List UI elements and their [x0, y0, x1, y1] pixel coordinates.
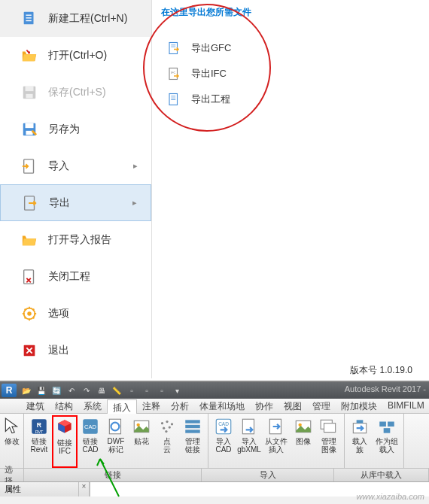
svg-point-33 — [137, 424, 140, 427]
export-project[interactable]: 导出工程 — [161, 87, 420, 112]
menu-close-project[interactable]: 关闭工程 — [0, 258, 151, 295]
qat-btn[interactable]: ▫ — [140, 384, 154, 396]
insert-from-file-button[interactable]: 从文件 插入 — [262, 415, 291, 468]
import-cad-icon: CAD — [214, 417, 233, 436]
svg-rect-45 — [242, 419, 254, 434]
export-label: 导出工程 — [191, 93, 230, 106]
menu-new-project[interactable]: 新建工程(Ctrl+N) — [0, 0, 151, 37]
menu-import[interactable]: 导入 ▸ — [0, 147, 151, 184]
svg-rect-24 — [171, 99, 175, 100]
import-cad-button[interactable]: CAD 导入 CAD — [211, 415, 236, 468]
svg-text:R: R — [37, 421, 42, 429]
link-cad-button[interactable]: CAD 链接 CAD — [78, 415, 103, 468]
load-as-group-button[interactable]: 作为组 载入 — [373, 415, 401, 468]
qat-save-icon[interactable]: 💾 — [35, 384, 48, 396]
menu-save-as[interactable]: 另存为 — [0, 111, 151, 147]
export-label: 导出IFC — [191, 67, 227, 80]
svg-rect-41 — [185, 425, 200, 428]
menu-label: 导入 — [48, 159, 69, 173]
qat-measure-icon[interactable]: 📏 — [110, 384, 123, 396]
revit-app-button[interactable]: R — [2, 384, 17, 397]
qat-btn[interactable]: ▫ — [155, 384, 169, 396]
menu-exit[interactable]: 退出 — [0, 332, 151, 369]
manage-links-button[interactable]: 管理 链接 — [180, 415, 205, 468]
svg-rect-18 — [171, 47, 175, 47]
dwf-markup-button[interactable]: DWF 标记 — [103, 415, 129, 468]
svg-rect-42 — [185, 430, 200, 433]
tab-analyze[interactable]: 分析 — [166, 399, 194, 413]
gear-icon — [21, 305, 38, 322]
tab-systems[interactable]: 系统 — [78, 399, 107, 413]
qat-open-icon[interactable]: 📂 — [20, 384, 33, 396]
svg-rect-1 — [26, 14, 31, 15]
revit-window: R 📂 💾 🔄 ↶ ↷ 🖶 📏 ▫ ▫ ▫ ▾ Autodesk Revit 2… — [0, 381, 429, 504]
svg-point-39 — [165, 430, 167, 433]
export-ifc-icon: IFC — [167, 67, 181, 80]
chevron-right-icon: ▸ — [133, 161, 138, 171]
report-icon — [21, 232, 38, 248]
save-icon — [21, 84, 38, 101]
menu-label: 退出 — [48, 344, 69, 357]
export-panel: 在这里导出您所需文件 导出GFC IFC 导出IFC 导出工程 — [152, 0, 429, 378]
tab-manage[interactable]: 管理 — [307, 399, 336, 413]
qat-dropdown-icon[interactable]: ▾ — [170, 384, 184, 396]
import-gbxml-button[interactable]: 导入 gbXML — [236, 415, 262, 468]
tab-view[interactable]: 视图 — [278, 399, 307, 413]
tab-annotate[interactable]: 注释 — [137, 399, 166, 413]
menu-save: 保存(Ctrl+S) — [0, 74, 151, 111]
tab-massing[interactable]: 体量和场地 — [194, 399, 250, 413]
close-icon — [21, 342, 38, 359]
tab-bimfilm[interactable]: BIMFILM — [382, 399, 429, 413]
point-cloud-icon — [157, 417, 177, 436]
dwf-icon — [106, 417, 126, 436]
export-gfc[interactable]: 导出GFC — [161, 35, 420, 61]
modify-button[interactable]: 修改 — [2, 415, 22, 468]
qat-btn[interactable]: ▫ — [125, 384, 138, 396]
image-icon — [294, 417, 313, 436]
close-project-icon — [21, 269, 38, 285]
menu-export[interactable]: 导出 ▸ — [0, 184, 151, 221]
manage-images-icon — [319, 417, 339, 436]
manage-images-button[interactable]: 管理 图像 — [316, 415, 342, 468]
link-cad-icon: CAD — [81, 417, 100, 436]
tab-structure[interactable]: 结构 — [50, 399, 78, 413]
qat-redo-icon[interactable]: ↷ — [80, 384, 93, 396]
decal-icon — [132, 417, 151, 436]
svg-rect-52 — [379, 422, 386, 427]
link-ifc-button[interactable]: 链接 IFC — [52, 415, 78, 468]
menu-open[interactable]: 打开(Ctrl+O) — [0, 37, 151, 74]
panel-close-icon[interactable]: × — [79, 482, 90, 496]
export-ifc[interactable]: IFC 导出IFC — [161, 61, 420, 87]
qat-undo-icon[interactable]: ↶ — [65, 384, 78, 396]
ribbon-content: 修改 RRVT 链接 Revit 链接 IFC CAD 链接 CAD — [0, 414, 429, 468]
chevron-right-icon: ▸ — [132, 198, 137, 208]
panel-title: 在这里导出您所需文件 — [161, 6, 420, 19]
svg-rect-6 — [26, 93, 32, 97]
svg-point-36 — [171, 423, 173, 425]
svg-rect-50 — [324, 424, 336, 433]
link-revit-button[interactable]: RRVT 链接 Revit — [26, 415, 52, 468]
qat-print-icon[interactable]: 🖶 — [95, 384, 108, 396]
svg-rect-17 — [171, 45, 175, 46]
svg-rect-40 — [185, 420, 200, 423]
export-gfc-icon — [167, 41, 181, 55]
export-project-icon — [167, 93, 181, 106]
tab-addins[interactable]: 附加模块 — [336, 399, 382, 413]
point-cloud-button[interactable]: 点 云 — [154, 415, 180, 468]
decal-button[interactable]: 贴花 — [129, 415, 154, 468]
tab-architecture[interactable]: 建筑 — [21, 399, 50, 413]
tab-collaborate[interactable]: 协作 — [250, 399, 278, 413]
menu-label: 新建工程(Ctrl+N) — [48, 12, 127, 26]
menu-open-import-report[interactable]: 打开导入报告 — [0, 221, 151, 258]
svg-rect-5 — [26, 86, 34, 90]
cursor-icon — [2, 417, 22, 436]
menu-label: 另存为 — [48, 123, 80, 136]
load-family-button[interactable]: 载入 族 — [347, 415, 373, 468]
manage-links-icon — [183, 417, 202, 436]
import-gbxml-icon — [239, 417, 259, 436]
menu-options[interactable]: 选项 — [0, 295, 151, 332]
tab-insert[interactable]: 插入 — [107, 399, 137, 414]
svg-point-14 — [27, 311, 32, 316]
image-button[interactable]: 图像 — [291, 415, 316, 468]
qat-sync-icon[interactable]: 🔄 — [50, 384, 63, 396]
